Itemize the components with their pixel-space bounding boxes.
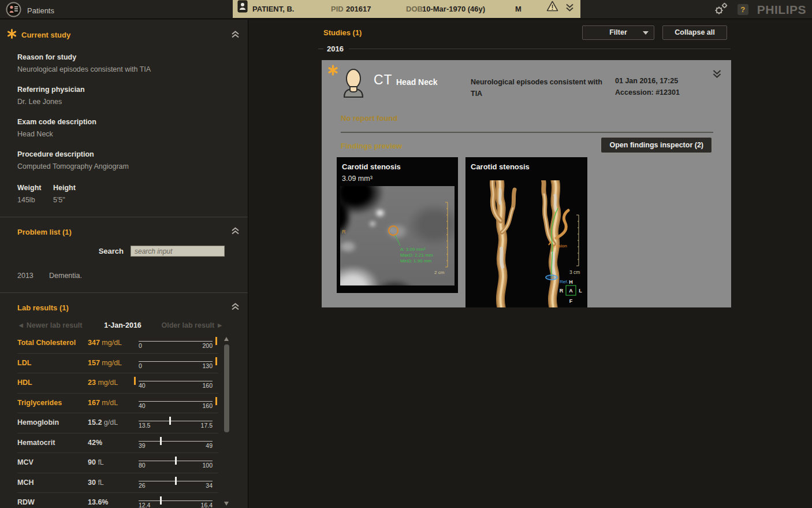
field-label: Reason for study (17, 53, 248, 61)
finding-thumbnail-3d[interactable]: Carotid stenosis (465, 157, 587, 307)
lab-results-collapse-icon[interactable] (231, 302, 240, 313)
range-max-label: 17.5 (201, 422, 213, 429)
ref-label: Ref. (560, 279, 568, 284)
lab-list-scrollbar[interactable] (224, 337, 229, 506)
reason-for-study-field: Reason for study Neurological episodes c… (17, 53, 248, 73)
section-divider (0, 292, 248, 293)
procedure-field: Procedure description Computed Tomograph… (17, 150, 248, 170)
problem-name: Dementia. (49, 272, 82, 280)
weight-value: 145lb (17, 196, 53, 204)
warning-icon[interactable] (546, 0, 558, 18)
newer-lab-result-button[interactable]: ◄ Newer lab result (17, 321, 91, 329)
lab-result-date: 1-Jan-2016 (91, 321, 154, 329)
current-study-header: Current study (7, 29, 240, 41)
patient-photo-icon (237, 0, 248, 20)
lab-range-slider: 0200 (139, 333, 218, 353)
problem-list-collapse-icon[interactable] (231, 227, 240, 237)
pid-label: PID (331, 0, 344, 18)
lab-value-marker (160, 496, 162, 505)
problem-list-header: Problem list (1) (7, 227, 240, 237)
scale-label: 2 cm (434, 270, 445, 275)
scrollbar-thumb[interactable] (224, 344, 229, 432)
lab-row: Total Cholesterol347 mg/dL0200 (17, 333, 218, 354)
finding-title: Carotid stenosis (342, 162, 401, 171)
lab-range-slider: 0130 (139, 354, 218, 373)
field-label: Procedure description (17, 150, 248, 158)
lab-test-value: 15.2 g/dL (88, 418, 137, 427)
lab-value-marker (175, 477, 177, 485)
range-min-label: 26 (139, 482, 146, 489)
lab-test-value: 157 mg/dL (88, 359, 137, 367)
lab-row: Hematocrit42%3949 (17, 433, 218, 454)
patients-nav-tab[interactable]: Patients (6, 2, 54, 20)
lab-test-name: MCV (17, 458, 88, 466)
range-max-label: 160 (202, 402, 213, 409)
orientation-r-label: R (342, 229, 346, 235)
range-max-label: 200 (202, 342, 213, 349)
lab-row: HDL23 mg/dL40160 (17, 373, 218, 394)
range-max-label: 160 (202, 382, 213, 389)
scroll-up-arrow-icon[interactable] (224, 337, 229, 341)
patient-avatar (340, 67, 367, 101)
study-reason: Neurological episodes consistent with TI… (471, 76, 605, 99)
top-right-controls: ? PHILIPS (714, 0, 806, 19)
field-value: Head Neck (17, 130, 248, 138)
study-datetime: 01 Jan 2016, 17:25 (615, 77, 678, 85)
collapse-all-button[interactable]: Collapse all (662, 25, 727, 40)
range-max-label: 100 (202, 462, 213, 469)
scroll-down-arrow-icon[interactable] (224, 502, 229, 506)
height-label: Height (53, 184, 89, 192)
height-value: 5'5" (53, 196, 89, 204)
year-group-header: 2016 (318, 45, 731, 53)
lab-value-marker (160, 437, 162, 445)
lesion-label: Lesion (553, 243, 567, 249)
lab-test-value: 90 fL (88, 458, 137, 466)
lab-test-value: 13.6% (88, 498, 137, 506)
search-input[interactable] (131, 246, 225, 257)
studies-panel: Studies (1) Filter Collapse all 2016 (249, 20, 812, 508)
lab-range-slider: 80100 (139, 453, 218, 473)
lab-result-navigation: ◄ Newer lab result 1-Jan-2016 Older lab … (17, 321, 224, 329)
lab-test-value: 30 fL (88, 479, 137, 487)
lab-test-value: 42% (88, 439, 137, 447)
help-button[interactable]: ? (737, 4, 748, 15)
lab-test-value: 167 m/dL (88, 399, 137, 407)
current-study-marker-icon (327, 65, 338, 78)
lab-test-name: Hematocrit (17, 439, 88, 447)
lab-test-value: 347 mg/dL (88, 339, 137, 347)
lab-row: MCV90 fL80100 (17, 453, 218, 473)
patients-nav-label: Patients (27, 6, 54, 15)
no-report-message: No report found (341, 114, 397, 123)
lab-row: LDL157 mg/dL0130 (17, 354, 218, 374)
field-label: Exam code description (17, 118, 248, 126)
current-study-collapse-icon[interactable] (231, 30, 240, 40)
field-label: Referring physician (17, 86, 248, 94)
filter-label: Filter (609, 28, 627, 36)
field-value: Computed Tomography Angiogram (17, 162, 248, 170)
range-max-label: 34 (206, 482, 213, 489)
philips-logo: PHILIPS (757, 3, 806, 17)
older-lab-result-button[interactable]: Older lab result ► (154, 321, 224, 329)
lab-range-slider: 13.517.5 (139, 413, 218, 433)
lab-row: RDW13.6%12.416.4 (17, 493, 218, 508)
finding-thumbnail-ct[interactable]: Carotid stenosis 3.09 mm³ A: 3.09 mm² Ma… (337, 157, 458, 293)
lab-results-title: Lab results (1) (17, 303, 231, 312)
lab-row: MCH30 fL2634 (17, 473, 218, 494)
patients-icon (6, 2, 21, 20)
lab-value-marker (169, 417, 171, 425)
field-value: Dr. Lee Jones (17, 98, 248, 106)
open-findings-inspector-button[interactable]: Open findings inspector (2) (601, 137, 712, 153)
dob-label: DOB (406, 0, 423, 18)
range-min-label: 0 (139, 362, 142, 369)
problem-list-title: Problem list (1) (17, 228, 231, 236)
search-label: Search (99, 247, 124, 255)
dropdown-caret-icon (643, 31, 649, 35)
study-collapse-chevron-icon[interactable] (712, 69, 722, 80)
finding-measurement: 3.09 mm³ (342, 175, 373, 183)
annotation-maxd: MaxD: 2.21 mm (400, 253, 433, 258)
banner-expand-chevron-icon[interactable] (565, 0, 574, 18)
filter-dropdown-button[interactable]: Filter (582, 25, 654, 40)
range-max-label: 130 (202, 362, 213, 369)
settings-gear-icon[interactable] (714, 1, 729, 18)
range-max-label: 49 (206, 442, 213, 449)
